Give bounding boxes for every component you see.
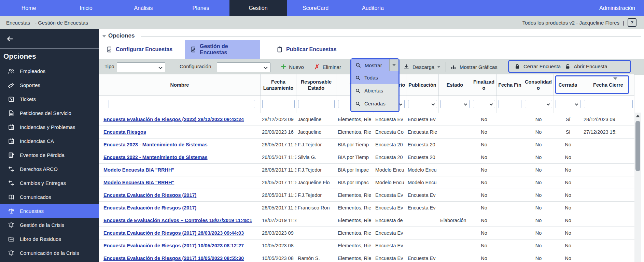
section-collapse-icon[interactable] — [102, 35, 106, 38]
tab-gestion-de-encuestas[interactable]: Gestión de Encuestas — [185, 40, 260, 59]
tab-publicar-encuestas[interactable]: Publicar Encuestas — [271, 40, 341, 59]
sidebar-item-peticiones-del-servicio[interactable]: Peticiones del Servicio — [0, 106, 99, 120]
survey-link[interactable]: Encuesta Evaluación de Riesgos (2017) — [103, 192, 196, 198]
column-header-nombre[interactable]: Nombre — [99, 74, 261, 96]
cell-fecha_lanzamiento: 26/05/2017 11:3 — [261, 176, 296, 189]
filter-input-fecha_lanzamiento[interactable] — [262, 100, 295, 108]
nav-item-auditoría[interactable]: Auditoría — [344, 0, 402, 16]
filter-select-publicacion[interactable] — [408, 100, 437, 108]
filter-input-fecha_fin[interactable] — [499, 100, 521, 108]
column-header-finalizado[interactable]: Finalizado — [471, 74, 497, 96]
sidebar-collapse-button[interactable] — [0, 29, 99, 49]
nav-item-home[interactable]: Home — [0, 0, 57, 16]
sidebar-item-derechos-arco[interactable]: Derechos ARCO — [0, 162, 99, 176]
abrir-encuesta-button[interactable]: Abrir Encuesta — [564, 63, 607, 70]
cell-fecha_cierre: 28/12/2023 09 — [582, 113, 634, 126]
column-header-cerrada[interactable]: Cerrada — [554, 74, 582, 96]
chart-icon — [450, 63, 457, 70]
mostrar-caret-button[interactable] — [389, 59, 398, 71]
filter-input-nombre[interactable] — [109, 100, 255, 108]
plus-icon: + — [281, 62, 286, 72]
filter-input-fecha_cierre[interactable] — [584, 100, 633, 108]
survey-link[interactable]: Modelo Encuesta BIA "RRHH" — [103, 180, 174, 185]
survey-link[interactable]: Encuesta Evaluación de Riesgos (2017) 28… — [103, 230, 244, 236]
column-header-fecha_lanzamiento[interactable]: Fecha Lanzamiento — [261, 74, 296, 96]
swap-arrows-icon — [8, 165, 15, 173]
column-header-consolidado[interactable]: Consolidado — [523, 74, 554, 96]
sidebar-item-incidencias-ca[interactable]: Incidencias CA — [0, 134, 99, 148]
configuracion-label: Configuración — [180, 63, 211, 69]
cell-fecha_lanzamiento: 28/03/2023 09 — [261, 227, 296, 239]
sidebar-item-libro-de-residuos[interactable]: Libro de Residuos — [0, 232, 99, 246]
survey-link[interactable]: Modelo Encuesta BIA "RRHH" — [103, 167, 174, 173]
column-header-fecha_fin[interactable]: Fecha Fin — [497, 74, 523, 96]
filter-select-finalizado[interactable] — [473, 100, 495, 108]
sidebar-item-comunicados[interactable]: Comunicados — [0, 190, 99, 204]
search-icon — [355, 75, 361, 81]
cell-publicacion: Encuesta 20 — [406, 151, 439, 163]
eliminar-label: Eliminar — [323, 64, 341, 70]
nav-item-planes[interactable]: Planes — [172, 0, 229, 16]
sidebar-item-cambios-y-entregas[interactable]: Cambios y Entregas — [0, 176, 99, 190]
filter-cell-responsable — [296, 96, 336, 113]
cell-fecha_lanzamiento: 18/07/2019 11:4 — [261, 214, 296, 227]
help-icon[interactable]: ? — [628, 18, 636, 27]
filter-cell-fecha_cierre — [582, 96, 634, 113]
calendar-icon — [8, 137, 15, 145]
column-header-publicacion[interactable]: Publicación — [406, 74, 439, 96]
cell-finalizado: No — [471, 126, 497, 138]
survey-link[interactable]: Encuesta Evaluación de Riesgos (2023) 28… — [103, 117, 244, 122]
cerrar-encuesta-button[interactable]: Cerrar Encuesta — [514, 63, 561, 70]
filter-select-estado[interactable] — [440, 100, 470, 108]
mostrar-option-abiertas[interactable]: Abiertas — [351, 84, 398, 97]
sidebar-item-soportes[interactable]: Soportes — [0, 78, 99, 92]
nuevo-button[interactable]: + Nuevo — [281, 59, 304, 75]
descarga-button[interactable]: Descarga — [403, 59, 440, 75]
cell-consolidado: No — [523, 139, 554, 151]
descarga-caret-icon[interactable] — [437, 66, 440, 68]
column-header-fecha_cierre[interactable]: Fecha Cierre — [582, 74, 634, 96]
sidebar-item-gestión-de-la-crisis[interactable]: Gestión de la Crisis — [0, 218, 99, 232]
sidebar-item-comunicación-de-la-crisis[interactable]: Comunicación de la Crisis — [0, 246, 99, 260]
survey-link[interactable]: Encuesta Riesgos — [103, 129, 146, 135]
scrollbar-thumb[interactable] — [635, 121, 640, 171]
survey-link[interactable]: Encuesta 2023 - Mantenimiento de Sistema… — [103, 142, 208, 147]
cell-nombre: Modelo Encuesta BIA "RRHH" — [99, 176, 261, 189]
nav-item-administracion[interactable]: Administración — [590, 0, 644, 16]
table-row: Encuesta Evaluación de Riesgos (2017) 28… — [99, 227, 634, 239]
sidebar-item-partial[interactable] — [0, 260, 99, 262]
filter-select-cerrada[interactable] — [556, 100, 580, 108]
sidebar-item-encuestas[interactable]: Encuestas — [0, 204, 99, 218]
vertical-scrollbar[interactable] — [634, 113, 641, 262]
eliminar-button[interactable]: ✗ Eliminar — [314, 59, 341, 75]
survey-link[interactable]: Encuesta Evaluación de Riesgos (2017) 10… — [103, 256, 244, 261]
mostrar-option-cerradas[interactable]: Cerradas — [351, 97, 398, 110]
cell-consolidado: No — [523, 214, 554, 227]
sidebar-item-tickets[interactable]: Tickets — [0, 92, 99, 106]
sidebar-item-incidencias-y-problemas[interactable]: Incidencias y Problemas — [0, 120, 99, 134]
nav-item-gestión[interactable]: Gestión — [229, 0, 287, 16]
scroll-up-arrow-icon[interactable] — [636, 115, 640, 117]
mostrar-graficas-button[interactable]: Mostrar Gráficas — [450, 59, 498, 75]
tab-configurar-encuestas[interactable]: Configurar Encuestas — [101, 40, 177, 59]
cell-publicacion: Encuesta Ev — [406, 252, 439, 262]
column-header-responsable[interactable]: Responsable Estado — [296, 74, 336, 96]
sidebar-item-eventos-de-pérdida[interactable]: Eventos de Pérdida — [0, 148, 99, 162]
survey-link[interactable]: Encuesta Evaluación de Riesgos (2017) 10… — [103, 243, 244, 248]
cell-cuestionario: Encuesta Ev — [374, 202, 406, 214]
nav-item-análisis[interactable]: Análisis — [115, 0, 172, 16]
survey-link[interactable]: Encuesta de Evaluación Activos – Control… — [103, 218, 252, 223]
configuracion-select[interactable] — [217, 62, 270, 72]
survey-link[interactable]: Encuesta 2022 - Mantenimiento de Sistema… — [103, 155, 208, 160]
nav-item-inicio[interactable]: Inicio — [57, 0, 115, 16]
column-header-estado[interactable]: Estado — [439, 74, 471, 96]
mostrar-button[interactable]: Mostrar — [351, 59, 398, 71]
nav-item-scorecard[interactable]: ScoreCard — [287, 0, 344, 16]
mostrar-option-todas[interactable]: Todas — [351, 71, 398, 84]
filter-select-consolidado[interactable] — [525, 100, 552, 108]
survey-link[interactable]: Encuesta Evaluación de Riesgos (2017) — [103, 205, 196, 210]
sidebar-item-empleados[interactable]: Empleados — [0, 64, 99, 78]
cell-cuestionario: Encuesta Ev — [374, 113, 406, 126]
tipo-select[interactable] — [117, 62, 165, 72]
filter-input-responsable[interactable] — [298, 100, 335, 108]
